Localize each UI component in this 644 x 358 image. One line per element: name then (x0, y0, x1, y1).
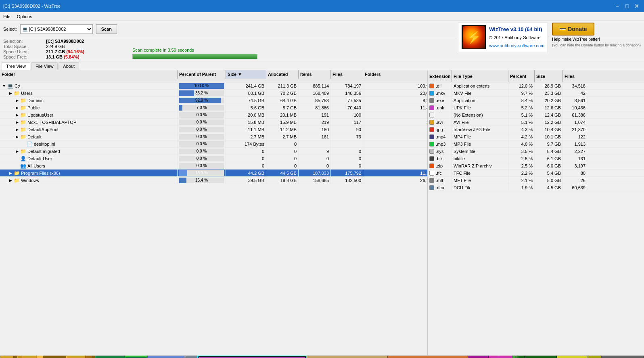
percent-bar-text: 0.0 % (179, 127, 224, 132)
minimize-button[interactable]: − (613, 2, 621, 10)
select-label: Select: (3, 27, 17, 31)
col-allocated[interactable]: Allocated (266, 70, 299, 79)
tree-row[interactable]: ▼💻C:\100.0 %241.4 GB211.3 GB885,114784,1… (0, 82, 427, 90)
ext-row[interactable]: .mftMFT File2.1 %5.0 GB26 (428, 177, 644, 184)
tree-row[interactable]: ▶📁Mcx1-TOSHIBALAPTOP0.0 %15.8 MB15.9 MB2… (0, 119, 427, 126)
tree-row[interactable]: ▶📁Dominic92.9 %74.5 GB64.4 GB85,75377,53… (0, 97, 427, 104)
expand-icon[interactable]: ▶ (15, 149, 19, 153)
tree-row[interactable]: ▶📁Program Files (x86)18.3 %44.2 GB44.5 G… (0, 170, 427, 177)
col-ext-size[interactable]: Size (535, 70, 563, 82)
ext-column-headers: Extension File Type Percent Size Files (428, 70, 644, 82)
expand-icon[interactable]: ▶ (15, 106, 19, 110)
ext-row[interactable]: .aviAVI File5.1 %12.2 GB1,074 (428, 119, 644, 126)
col-ext-files[interactable]: Files (563, 70, 587, 82)
tree-row[interactable]: ▶📁Users33.2 %80.1 GB70.2 GB168,409148,35… (0, 90, 427, 97)
ext-row-pct: 5.1 % (508, 111, 535, 118)
tab-about[interactable]: About (59, 62, 79, 70)
ext-row-extension: .dll (428, 82, 452, 89)
tree-row-percent: 100.0 % (178, 82, 226, 89)
ext-row[interactable]: .exeApplication8.4 %20.2 GB8,561 (428, 97, 644, 104)
ext-row[interactable]: .upkUPK File5.2 %12.6 GB10,436 (428, 104, 644, 111)
tree-row[interactable]: 👥All Users0.0 %0000019/03/2017 10:37:29 … (0, 162, 427, 170)
col-items[interactable]: Items (299, 70, 331, 79)
col-files[interactable]: Files (331, 70, 363, 79)
tree-row[interactable]: ▶📁Windows16.4 %39.5 GB19.8 GB158,685132,… (0, 177, 427, 184)
expand-icon[interactable]: ▶ (8, 91, 13, 95)
ext-row[interactable]: .dcuDCU File1.9 %4.5 GB60,639 (428, 184, 644, 191)
ext-row-type: TFC File (452, 170, 508, 176)
ext-row-size: 12.2 GB (535, 119, 563, 126)
ext-row[interactable]: .tfcTFC File2.2 %5.4 GB80 (428, 170, 644, 177)
folder-icon: 📁 (14, 178, 20, 183)
ext-row[interactable]: .mp4MP4 File4.2 %10.1 GB122 (428, 133, 644, 140)
tree-row[interactable]: 👤Default User0.0 %0000019/03/2017 10:37:… (0, 155, 427, 162)
ext-row-files: 8,561 (563, 97, 587, 104)
expand-icon[interactable]: ▼ (2, 84, 6, 88)
menu-file[interactable]: File (0, 13, 14, 20)
tab-file-view[interactable]: File View (31, 62, 58, 70)
tab-tree-view[interactable]: Tree View (2, 62, 30, 70)
tree-row[interactable]: ▶📁UpdatusUser0.0 %20.0 MB20.1 MB19110091… (0, 111, 427, 119)
expand-icon[interactable]: ▶ (8, 171, 13, 175)
col-folders[interactable]: Folders (363, 70, 428, 79)
ext-row-extension: .tfc (428, 170, 452, 176)
scan-button[interactable]: Scan (96, 24, 117, 34)
ext-row-type: IrfanView JPG File (452, 126, 508, 133)
folder-name-text: Program Files (x86) (21, 171, 60, 176)
ext-row-files: 26 (563, 177, 587, 184)
ext-row[interactable]: .zipWinRAR ZIP archiv2.5 %6.0 GB3,197 (428, 162, 644, 170)
donate-button[interactable]: 💳 Donate (552, 23, 594, 36)
folder-name-text: Users (21, 91, 33, 96)
tree-row-allocated: 11.2 MB (266, 126, 299, 133)
expand-icon[interactable]: ▶ (15, 98, 19, 103)
ext-row[interactable]: .dllApplication extens12.0 %28.9 GB34,51… (428, 82, 644, 90)
ext-row[interactable]: .jpgIrfanView JPG File4.3 %10.4 GB21,370 (428, 126, 644, 133)
col-scroll (0, 79, 6, 82)
tree-row[interactable]: ▶📁Default0.0 %2.7 MB2.7 MB16173889/08/20… (0, 133, 427, 140)
close-button[interactable]: ✕ (633, 2, 641, 10)
treemap-visualization[interactable] (0, 356, 644, 358)
tree-row[interactable]: 📄desktop.ini0.0 %174 Bytes019/03/2017 10… (0, 140, 427, 148)
tree-row-percent: 18.3 % (178, 170, 226, 176)
wiztree-branding-area: ⚡ WizTree v3.10 (64 bit) © 2017 Antibody… (458, 23, 641, 52)
expand-icon[interactable]: ▶ (15, 135, 19, 139)
ext-row[interactable]: .mp3MP3 File4.0 %9.7 GB1,913 (428, 140, 644, 148)
tree-row[interactable]: ▶📁Public7.0 %5.6 GB5.7 GB81,88670,44011,… (0, 104, 427, 111)
ext-row[interactable]: .bikbikfile2.5 %6.1 GB131 (428, 155, 644, 162)
col-ext-filetype[interactable]: File Type (452, 70, 508, 82)
folder-icon: 📁 (14, 90, 20, 96)
maximize-button[interactable]: □ (623, 2, 631, 10)
tabs: Tree View File View About (0, 61, 644, 70)
extension-panel: Extension File Type Percent Size Files .… (428, 70, 644, 356)
col-size[interactable]: Size ▼ (226, 70, 266, 79)
folder-icon: 📄 (27, 141, 33, 147)
col-folder[interactable]: Folder (0, 70, 178, 79)
expand-icon[interactable]: ▶ (8, 178, 13, 182)
tree-row-size: 0 (226, 155, 266, 162)
ext-row[interactable]: .sysSystem file3.5 %8.4 GB2,227 (428, 148, 644, 155)
donate-label: Donate (568, 26, 587, 32)
treemap-canvas[interactable] (0, 356, 644, 358)
expand-icon[interactable]: ▶ (15, 113, 19, 117)
drive-select[interactable]: 💻 [C:] S3A9988D002 (20, 24, 93, 34)
tree-row-folders: 26,185 (363, 177, 427, 184)
col-ext-extension[interactable]: Extension (428, 70, 452, 82)
menu-options[interactable]: Options (14, 13, 36, 20)
ext-row-type: WinRAR ZIP archiv (452, 162, 508, 169)
col-ext-percent[interactable]: Percent (508, 70, 535, 82)
ext-body: .dllApplication extens12.0 %28.9 GB34,51… (428, 82, 644, 356)
ext-color-dot (429, 120, 434, 125)
ext-row-size: 6.1 GB (535, 155, 563, 162)
tree-row-files: 148,356 (331, 90, 363, 96)
space-free-label: Space Free: (3, 54, 44, 59)
expand-icon[interactable]: ▶ (15, 120, 19, 124)
tree-row[interactable]: ▶📁Default.migrated0.0 %0090925/09/2016 4… (0, 148, 427, 155)
ext-row[interactable]: .mkvMKV File9.7 %23.3 GB42 (428, 90, 644, 97)
tree-row-size: 5.6 GB (226, 104, 266, 111)
expand-icon[interactable]: ▶ (15, 128, 19, 132)
ext-row[interactable]: (No Extension)5.1 %12.4 GB61,386 (428, 111, 644, 119)
tree-column-headers: Folder Percent of Parent Size ▼ Allocate… (0, 70, 427, 82)
col-percent[interactable]: Percent of Parent (178, 70, 226, 79)
tree-row[interactable]: ▶📁DefaultAppPool0.0 %11.1 MB11.2 MB18090… (0, 126, 427, 133)
ext-row-extension: .mft (428, 177, 452, 184)
